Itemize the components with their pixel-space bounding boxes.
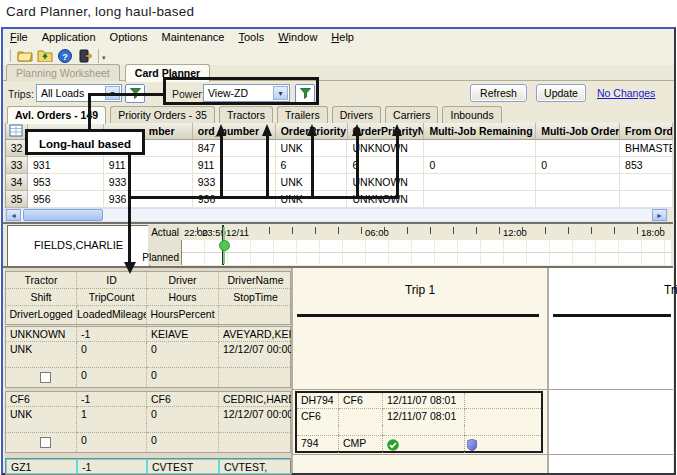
toolbar-separator (98, 49, 99, 63)
card-cell: CVTEST (147, 459, 219, 474)
menu-application[interactable]: Application (35, 29, 103, 46)
card-cell (6, 432, 77, 452)
timeline-ruler: 22:00 23:59 12/11 06:00 12:00 18:00 (181, 225, 670, 241)
grid-cell[interactable]: 931 (28, 157, 104, 174)
grid-cell[interactable] (620, 174, 673, 191)
menu-window[interactable]: Window (271, 29, 324, 46)
trip-cell (339, 409, 383, 425)
timeline-tick-label: 12:00 (503, 227, 527, 238)
tab-planning-worksheet[interactable]: Planning Worksheet (6, 64, 120, 81)
actual-planned-labels: Actual Planned (148, 225, 182, 265)
grid-cell[interactable]: 936 (104, 191, 193, 208)
refresh-button[interactable]: Refresh (470, 84, 527, 102)
open-folder-icon[interactable] (15, 47, 35, 64)
tab-priority-orders[interactable]: Priority Orders - 35 (110, 106, 215, 123)
row-header[interactable]: 33 (6, 157, 28, 174)
card-header-cell: DriverLogged (6, 306, 77, 324)
grid-cell[interactable]: 933 (104, 174, 193, 191)
grid-hscrollbar[interactable]: ◄ ► (5, 208, 668, 222)
grid-cell[interactable]: 911 (193, 157, 276, 174)
card-cell: UNK (6, 407, 77, 423)
trip2-header[interactable]: Tri (664, 283, 677, 297)
grid-cell[interactable]: 0 (536, 157, 620, 174)
update-button[interactable]: Update (536, 84, 586, 102)
card-cell: 0 (77, 432, 147, 452)
grid-column-header[interactable]: Multi-Job Remaining (424, 123, 536, 140)
menu-help[interactable]: Help (324, 29, 361, 46)
timeline-rows[interactable] (181, 240, 671, 265)
grid-cell[interactable] (424, 191, 536, 208)
tab-tractors[interactable]: Tractors (219, 106, 273, 123)
grid-cell[interactable]: UNKNOWN (347, 174, 424, 191)
grid-cell[interactable] (424, 140, 536, 157)
card-header-cell (219, 306, 292, 324)
grid-cell[interactable]: 911 (104, 157, 193, 174)
grid-cell[interactable]: 936 (193, 191, 276, 208)
exit-icon[interactable] (75, 47, 95, 64)
grid-cell[interactable] (424, 174, 536, 191)
grid-cell[interactable] (620, 191, 673, 208)
scroll-right-button[interactable]: ► (652, 209, 667, 221)
grid-cell[interactable]: 0 (424, 157, 536, 174)
toolbar-overflow-icon[interactable]: ▾ (102, 49, 106, 62)
folder-up-icon[interactable] (35, 47, 55, 64)
trip-card[interactable]: DH794 CF6 12/11/07 08:01 CF6 12/11/07 08… (295, 391, 543, 453)
grid-cell[interactable] (536, 174, 620, 191)
card-cell: 0 (77, 367, 147, 387)
help-icon[interactable]: ? (55, 47, 75, 64)
driver-checkbox[interactable] (40, 372, 51, 383)
grid-column-header[interactable]: Multi-Job Ordered (536, 123, 620, 140)
annotation-power-rectangle (163, 77, 319, 105)
trip1-header[interactable]: Trip 1 (293, 283, 547, 297)
menu-tools[interactable]: Tools (232, 29, 272, 46)
grid-cell[interactable] (536, 140, 620, 157)
card-header-cell: Driver (147, 272, 219, 289)
trip-cell: DH794 (297, 393, 339, 409)
grid-cell[interactable]: 6 (347, 157, 424, 174)
grid-cell[interactable]: BHMASTER (620, 140, 673, 157)
tab-trailers[interactable]: Trailers (277, 106, 328, 123)
grid-cell[interactable]: UNKNOWN (347, 191, 424, 208)
annotation-arrow-shaft (356, 135, 359, 198)
menu-maintenance[interactable]: Maintenance (155, 29, 232, 46)
tab-inbounds[interactable]: Inbounds (442, 106, 501, 123)
annotation-arrow-shaft (220, 135, 223, 198)
card-cell: KEIAVE (147, 327, 219, 342)
card-header-cell: DriverName (219, 272, 292, 289)
annotation-arrowhead-up (352, 124, 362, 136)
card-header-cell: ID (77, 272, 147, 289)
card-cell (6, 367, 77, 387)
driver-card[interactable]: CF6 -1 CF6 CEDRIC,HARD... UNK 1 0 12/12/… (5, 391, 291, 453)
current-time-dot (219, 240, 230, 251)
row-header[interactable]: 34 (6, 174, 28, 191)
card-cell: CF6 (6, 392, 77, 407)
grid-cell[interactable]: 933 (193, 174, 276, 191)
trip-cell: 794 (297, 435, 339, 453)
row-header[interactable]: 35 (6, 191, 28, 208)
driver-checkbox[interactable] (40, 437, 51, 448)
grid-cell[interactable]: UNKNOWN (347, 140, 424, 157)
grid-cell[interactable] (536, 191, 620, 208)
driver-card[interactable]: UNKNOWN -1 KEIAVE AVEYARD,KEITH UNK 0 0 … (5, 326, 291, 388)
menu-file[interactable]: File (3, 29, 35, 46)
trip2-column (549, 268, 673, 473)
scroll-left-button[interactable]: ◄ (6, 209, 21, 221)
gantt-section: FIELDS,CHARLIE Actual Planned 22:00 23:5… (3, 222, 673, 266)
grid-cell[interactable]: 956 (28, 191, 104, 208)
menu-options[interactable]: Options (103, 29, 155, 46)
grid-cell[interactable]: 853 (620, 157, 673, 174)
card-header-cell: TripCount (77, 289, 147, 306)
tab-carriers[interactable]: Carriers (385, 106, 438, 123)
card-cell (219, 432, 292, 452)
tab-drivers[interactable]: Drivers (332, 106, 381, 123)
grid-column-header[interactable]: From Orde (620, 123, 673, 140)
grid-cell[interactable]: 953 (28, 174, 104, 191)
grid-cell[interactable]: 847 (193, 140, 276, 157)
no-changes-link[interactable]: No Changes (597, 87, 655, 99)
driver-card-selected[interactable]: GZ1 -1 CVTEST CVTEST, (5, 458, 291, 475)
tab-avl-orders[interactable]: Avl. Orders - 149 (7, 106, 106, 124)
driver-card-panel: Tractor ID Driver DriverName Shift TripC… (5, 268, 291, 473)
scrollbar-thumb[interactable] (23, 209, 103, 221)
trips-combobox-value: All Loads (41, 87, 84, 99)
annotation-arrowhead-up (262, 124, 272, 136)
